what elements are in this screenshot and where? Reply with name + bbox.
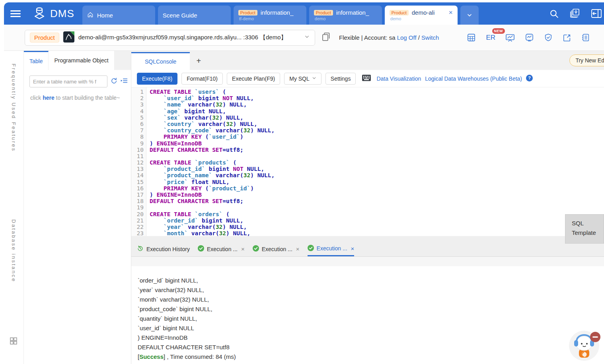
help-icon[interactable]: ? bbox=[526, 75, 533, 83]
results-panel-divider bbox=[131, 236, 604, 242]
result-line: `year` varchar(32) NULL, bbox=[138, 285, 604, 295]
build-table-hint: click here to start building the table~ bbox=[24, 87, 131, 103]
assistant-robot-button[interactable] bbox=[568, 328, 602, 363]
er-diagram-button[interactable]: ER NEW bbox=[486, 34, 495, 42]
dock-panel-icon[interactable] bbox=[591, 9, 602, 18]
tab-table[interactable]: Table bbox=[24, 51, 49, 70]
sql-console-area: SQLConsole + Try New Ed Execute(F8) Form… bbox=[131, 51, 604, 364]
success-check-icon bbox=[198, 245, 204, 253]
collapse-list-icon[interactable] bbox=[121, 77, 128, 85]
security-shield-icon[interactable] bbox=[544, 33, 553, 42]
result-line: `user_id` bigint NULL bbox=[138, 323, 604, 333]
tab-scene-guide-label: Scene Guide bbox=[163, 12, 197, 19]
search-icon[interactable] bbox=[549, 9, 559, 19]
toolbar-links: Data Visualization Logical Data Warehous… bbox=[376, 75, 533, 83]
connection-bar-icons: ER NEW bbox=[467, 33, 590, 43]
execute-button[interactable]: Execute(F8) bbox=[137, 73, 177, 85]
sql-toolbar: Execute(F8) Format(F10) Execute Plan(F9)… bbox=[131, 70, 604, 87]
settings-button[interactable]: Settings bbox=[325, 73, 356, 85]
er-label: ER bbox=[486, 34, 495, 41]
logical-data-warehouses-link[interactable]: Logical Data Warehouses (Public Beta) bbox=[425, 76, 522, 82]
keyboard-shortcuts-icon[interactable] bbox=[362, 75, 371, 83]
console-tab-row: SQLConsole + Try New Ed bbox=[131, 51, 604, 70]
switch-link[interactable]: Switch bbox=[421, 34, 439, 41]
execution-tabs: Execution History Execution ... × Execut… bbox=[131, 242, 604, 257]
execution-result-tab-1[interactable]: Execution ... × bbox=[198, 242, 245, 256]
hamburger-menu-icon[interactable] bbox=[10, 9, 21, 19]
build-table-here-link[interactable]: here bbox=[43, 95, 55, 101]
execution-result-tab-2[interactable]: Execution ... × bbox=[253, 242, 300, 256]
data-visualization-link[interactable]: Data Visualization bbox=[376, 76, 421, 82]
execution-tab-label: Execution ... bbox=[207, 246, 238, 252]
instance-selector[interactable]: Product demo-ali@rm-gs5x39xmjruszf059.my… bbox=[25, 30, 315, 46]
apps-grid-icon[interactable] bbox=[10, 337, 18, 347]
tab-list-chevron-button[interactable] bbox=[460, 6, 479, 25]
tab-information-tf-demo[interactable]: Product information_ tf-demo bbox=[234, 6, 306, 25]
main-area: Frequently Used Features Database instan… bbox=[4, 51, 604, 364]
slash: / bbox=[418, 34, 420, 41]
execution-result-tab-3-active[interactable]: Execution ... × bbox=[308, 242, 355, 256]
dashboard-chart-icon[interactable] bbox=[505, 33, 515, 43]
selector-chevron-icon bbox=[304, 34, 310, 41]
result-line: `order_id` bigint NULL, bbox=[138, 276, 604, 285]
sql-editor-lines[interactable]: CREATE TABLE `users` ( `user_id` bigint … bbox=[146, 87, 604, 236]
export-icon[interactable] bbox=[563, 33, 571, 42]
close-icon[interactable]: × bbox=[241, 246, 245, 252]
top-bar-icons bbox=[549, 8, 604, 19]
tab-label: information_ bbox=[261, 9, 294, 16]
table-search-input[interactable] bbox=[29, 76, 107, 87]
product-badge: Product bbox=[314, 10, 333, 15]
account-text: Flexible | Account: sa bbox=[339, 34, 395, 41]
rail-frequently-used-features[interactable]: Frequently Used Features bbox=[11, 64, 17, 152]
tab-demo-ali-active[interactable]: Product demo-ali × demo bbox=[385, 6, 458, 25]
close-icon[interactable]: × bbox=[351, 245, 355, 252]
tab-label: demo-ali bbox=[412, 9, 435, 16]
tab-home[interactable]: Home bbox=[82, 6, 155, 25]
my-sql-label: My SQL bbox=[289, 76, 310, 82]
result-line: DEFAULT CHARACTER SET=utf8 bbox=[138, 343, 604, 352]
account-info: Flexible | Account: sa Log Off / Switch bbox=[339, 34, 439, 41]
sql-editor[interactable]: 1234567891011121314151617181920212223 CR… bbox=[131, 87, 604, 236]
tab-information-demo[interactable]: Product information_ demo bbox=[309, 6, 382, 25]
tab-scene-guide[interactable]: Scene Guide bbox=[158, 6, 231, 25]
execution-history-button[interactable]: Execution History bbox=[137, 242, 190, 256]
sql-template-label: SQL bbox=[572, 219, 604, 228]
audit-log-icon[interactable] bbox=[581, 33, 590, 42]
tab-label: information_ bbox=[336, 9, 369, 16]
dms-window: DMS Home Scene Guide Product information… bbox=[4, 2, 604, 364]
format-button[interactable]: Format(F10) bbox=[181, 73, 223, 85]
copy-connection-icon[interactable] bbox=[321, 32, 330, 43]
sql-editor-gutter: 1234567891011121314151617181920212223 bbox=[131, 87, 146, 236]
session-windows-icon[interactable] bbox=[569, 8, 581, 19]
execution-tab-label: Execution ... bbox=[262, 246, 292, 252]
product-badge: Product bbox=[238, 10, 257, 15]
tab-sublabel: demo bbox=[390, 16, 401, 21]
data-dictionary-icon[interactable] bbox=[467, 33, 476, 42]
refresh-icon[interactable] bbox=[111, 77, 117, 86]
tab-home-label: Home bbox=[97, 12, 113, 19]
rail-database-instance[interactable]: Database instance bbox=[11, 219, 17, 283]
my-sql-dropdown[interactable]: My SQL bbox=[284, 73, 321, 85]
metrics-icon[interactable] bbox=[525, 33, 534, 42]
execution-result-output: `order_id` bigint NULL, `year` varchar(3… bbox=[131, 266, 604, 364]
tab-sublabel: tf-demo bbox=[238, 16, 254, 21]
try-new-editor-button[interactable]: Try New Ed bbox=[569, 54, 604, 66]
tab-programmable-object[interactable]: Programmable Object bbox=[49, 51, 114, 70]
results-gap bbox=[131, 257, 604, 266]
result-line: `month` varchar(32) NULL, bbox=[138, 295, 604, 304]
log-off-link[interactable]: Log Off bbox=[397, 34, 417, 41]
home-icon bbox=[87, 12, 94, 19]
tab-sqlconsole[interactable]: SQLConsole bbox=[131, 52, 190, 70]
close-tab-icon[interactable]: × bbox=[449, 9, 453, 16]
result-line: ) ENGINE=InnoDB bbox=[138, 333, 604, 343]
add-console-tab-button[interactable]: + bbox=[190, 52, 207, 70]
sql-template-button[interactable]: SQL Template bbox=[565, 214, 604, 244]
dms-logo-icon bbox=[33, 6, 46, 21]
left-rail: Frequently Used Features Database instan… bbox=[4, 51, 24, 364]
connection-string: demo-ali@rm-gs5x39xmjruszf059.mysql.sing… bbox=[78, 34, 300, 41]
result-line: `product_code` bigint NULL, bbox=[138, 304, 604, 314]
execute-plan-button[interactable]: Execute Plan(F9) bbox=[227, 73, 280, 85]
svg-text:?: ? bbox=[528, 76, 531, 80]
mysql-logo-icon bbox=[63, 31, 74, 44]
close-icon[interactable]: × bbox=[296, 246, 300, 252]
